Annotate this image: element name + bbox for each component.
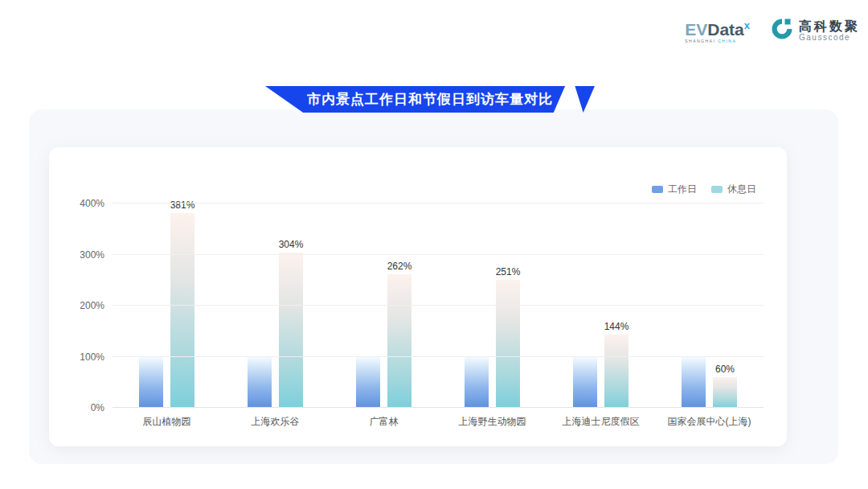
legend-label-holiday: 休息日 [727,183,756,196]
x-axis-category-label: 辰山植物园 [113,415,221,429]
y-axis-tick-label: 300% [80,249,104,261]
y-axis-tick-label: 0% [91,402,104,413]
x-axis-category-label: 上海欢乐谷 [221,415,330,429]
bar-holiday[interactable]: 262% [387,274,411,408]
bar-value-label: 381% [170,199,195,211]
gridline [113,407,764,408]
bar-value-label: 144% [604,321,629,332]
bar-groups: 381%辰山植物园304%上海欢乐谷262%广富林251%上海野生动物园144%… [113,203,764,408]
bar-value-label: 304% [279,239,304,250]
title-banner: 市内景点工作日和节假日到访车量对比 [265,86,595,113]
legend-item-workday[interactable]: 工作日 [652,183,697,196]
gausscode-logo-text: 高科数聚 Gausscode [799,19,860,42]
bar-holiday[interactable]: 251% [496,280,520,408]
bar-holiday[interactable]: 144% [604,335,628,408]
bar-pair: 251% [438,203,547,408]
gridline [113,305,764,306]
bar-workday[interactable] [356,357,380,409]
evdata-logo-text: EVDatax [685,18,750,38]
bar-pair: 262% [330,203,438,408]
bar-holiday[interactable]: 381% [170,213,194,408]
x-axis-category-label: 上海迪士尼度假区 [547,415,655,429]
y-axis-tick-label: 100% [80,351,104,363]
gausscode-en: Gausscode [799,33,860,42]
gridline [113,356,764,357]
bar-value-label: 60% [715,364,735,375]
bar-holiday[interactable]: 60% [713,377,737,408]
chart-legend: 工作日 休息日 [652,183,756,196]
bar-workday[interactable] [465,357,489,409]
page-title: 市内景点工作日和节假日到访车量对比 [265,86,595,113]
gridline [113,254,764,255]
bar-group: 144%上海迪士尼度假区 [547,203,655,408]
chart-card: 工作日 休息日 381%辰山植物园304%上海欢乐谷262%广富林251%上海野… [49,147,787,446]
bar-workday[interactable] [573,357,597,409]
bar-workday[interactable] [139,357,163,409]
bar-pair: 60% [655,203,764,408]
gausscode-icon [769,16,795,45]
bar-pair: 144% [547,203,655,408]
header-logos: EVDatax SHANGHAI CHINA 高科数聚 Gausscode [685,16,860,45]
gausscode-cn: 高科数聚 [799,19,860,33]
bar-value-label: 251% [496,266,521,277]
bar-holiday[interactable]: 304% [279,253,303,408]
x-axis-category-label: 国家会展中心(上海) [655,415,764,429]
bar-value-label: 262% [387,261,412,272]
gridline [113,203,764,203]
evdata-logo-subtext: SHANGHAI CHINA [685,39,750,43]
bar-group: 304%上海欢乐谷 [221,203,330,408]
bar-group: 251%上海野生动物园 [438,203,547,408]
legend-swatch-workday [652,186,663,193]
bar-group: 381%辰山植物园 [113,203,221,408]
evdata-logo: EVDatax SHANGHAI CHINA [685,18,756,43]
x-axis-category-label: 上海野生动物园 [438,415,547,429]
plot-area: 381%辰山植物园304%上海欢乐谷262%广富林251%上海野生动物园144%… [113,203,764,408]
bar-pair: 304% [221,203,330,408]
legend-label-workday: 工作日 [668,183,697,196]
x-axis-category-label: 广富林 [330,415,438,429]
legend-item-holiday[interactable]: 休息日 [711,183,756,196]
legend-swatch-holiday [711,186,723,193]
y-axis-tick-label: 400% [80,198,104,209]
bar-pair: 381% [113,203,221,408]
bar-group: 60%国家会展中心(上海) [655,203,764,408]
y-axis-tick-label: 200% [80,300,104,311]
bar-group: 262%广富林 [330,203,438,408]
bar-workday[interactable] [682,357,706,409]
gausscode-logo: 高科数聚 Gausscode [769,16,860,45]
bar-workday[interactable] [248,357,272,409]
